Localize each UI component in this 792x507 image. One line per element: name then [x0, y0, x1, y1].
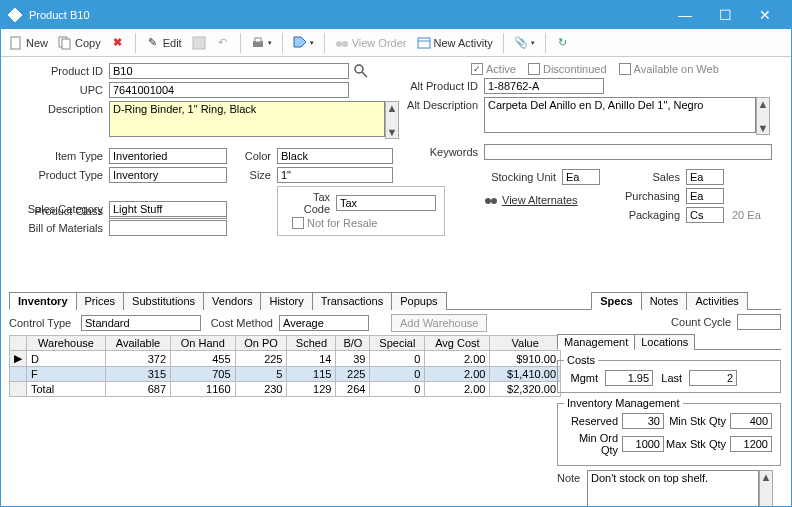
active-checkbox[interactable]: ✓Active — [471, 63, 516, 75]
close-button[interactable]: ✕ — [745, 1, 785, 29]
product-type-label: Product Type — [9, 169, 109, 181]
copy-button[interactable]: Copy — [54, 34, 105, 52]
svg-rect-4 — [193, 37, 205, 49]
pencil-icon: ✎ — [146, 36, 160, 50]
count-cycle-label: Count Cycle — [671, 316, 737, 328]
size-label: Size — [227, 169, 277, 181]
max-stk-input[interactable] — [730, 436, 772, 452]
control-type-input[interactable] — [81, 315, 201, 331]
min-ord-label: Min Ord Qty — [564, 432, 622, 456]
discontinued-checkbox[interactable]: Discontinued — [528, 63, 607, 75]
edit-button[interactable]: ✎Edit — [142, 34, 186, 52]
min-stk-input[interactable] — [730, 413, 772, 429]
maximize-button[interactable]: ☐ — [705, 1, 745, 29]
print-button[interactable]: ▾ — [247, 34, 276, 52]
mgmt-input[interactable] — [605, 370, 653, 386]
svg-rect-3 — [62, 39, 70, 49]
minimize-button[interactable]: — — [665, 1, 705, 29]
tab-activities[interactable]: Activities — [686, 292, 747, 310]
last-input[interactable] — [689, 370, 737, 386]
cost-method-input[interactable] — [279, 315, 369, 331]
product-id-label: Product ID — [9, 65, 109, 77]
new-button[interactable]: New — [5, 34, 52, 52]
stocking-unit-input[interactable] — [562, 169, 600, 185]
tab-popups[interactable]: Popups — [391, 292, 446, 310]
color-label: Color — [227, 150, 277, 162]
alt-description-input[interactable]: Carpeta Del Anillo en D, Anillo Del 1", … — [484, 97, 756, 133]
size-input[interactable] — [277, 167, 393, 183]
bom-input[interactable] — [109, 220, 227, 236]
app-icon — [7, 7, 23, 23]
count-cycle-input[interactable] — [737, 314, 781, 330]
svg-rect-10 — [418, 38, 430, 48]
tab-notes[interactable]: Notes — [641, 292, 688, 310]
save-button[interactable] — [188, 34, 210, 52]
keywords-label: Keywords — [396, 146, 484, 158]
description-label: Description — [9, 101, 109, 115]
tab-specs[interactable]: Specs — [591, 292, 641, 310]
alt-product-id-label: Alt Product ID — [396, 80, 484, 92]
refresh-button[interactable]: ↻ — [552, 34, 574, 52]
svg-point-14 — [485, 198, 491, 204]
tab-prices[interactable]: Prices — [76, 292, 125, 310]
new-activity-button[interactable]: New Activity — [413, 34, 497, 52]
view-order-button[interactable]: View Order — [331, 34, 411, 52]
sales-unit-label: Sales — [624, 171, 686, 183]
tax-code-label: Tax Code — [284, 191, 336, 215]
not-for-resale-checkbox[interactable]: Not for Resale — [292, 217, 377, 229]
search-icon[interactable] — [353, 63, 369, 79]
main-tabs: InventoryPricesSubstitutionsVendorsHisto… — [9, 291, 564, 310]
min-stk-label: Min Stk Qty — [664, 415, 730, 427]
undo-button[interactable]: ↶ — [212, 34, 234, 52]
delete-button[interactable]: ✖ — [107, 34, 129, 52]
attachment-button[interactable]: 📎▾ — [510, 34, 539, 52]
view-alternates-link[interactable]: View Alternates — [502, 194, 578, 206]
titlebar: Product B10 — ☐ ✕ — [1, 1, 791, 29]
note-scroll[interactable]: ▲▼ — [759, 470, 773, 507]
toolbar: New Copy ✖ ✎Edit ↶ ▾ ▾ View Order New Ac… — [1, 29, 791, 57]
delete-icon: ✖ — [111, 36, 125, 50]
control-type-label: Control Type — [9, 317, 81, 329]
locations-tab[interactable]: Locations — [634, 334, 695, 350]
inventory-grid[interactable]: WarehouseAvailableOn HandOn POSchedB/OSp… — [9, 335, 561, 397]
product-type-input[interactable] — [109, 167, 227, 183]
upc-input[interactable] — [109, 82, 349, 98]
alt-description-label: Alt Description — [396, 97, 484, 111]
svg-marker-0 — [8, 8, 22, 22]
tab-inventory[interactable]: Inventory — [9, 292, 77, 310]
svg-marker-7 — [294, 37, 306, 47]
color-input[interactable] — [277, 148, 393, 164]
min-ord-input[interactable] — [622, 436, 664, 452]
tab-history[interactable]: History — [260, 292, 312, 310]
sales-category-input[interactable] — [109, 201, 227, 217]
paperclip-icon: 📎 — [514, 36, 528, 50]
cost-method-label: Cost Method — [201, 317, 279, 329]
inventory-mgmt-fieldset: Inventory Management Reserved Min Stk Qt… — [557, 397, 781, 466]
tab-transactions[interactable]: Transactions — [312, 292, 393, 310]
management-tab[interactable]: Management — [557, 334, 635, 350]
available-on-web-checkbox[interactable]: Available on Web — [619, 63, 719, 75]
tab-vendors[interactable]: Vendors — [203, 292, 261, 310]
print-icon — [251, 36, 265, 50]
mgmt-label: Mgmt — [564, 372, 602, 384]
reserved-input[interactable] — [622, 413, 664, 429]
product-id-input[interactable] — [109, 63, 349, 79]
right-tabs: SpecsNotesActivities — [557, 291, 781, 310]
alt-product-id-input[interactable] — [484, 78, 604, 94]
note-input[interactable]: Don't stock on top shelf. — [587, 470, 759, 507]
description-input[interactable]: D-Ring Binder, 1" Ring, Black — [109, 101, 385, 137]
tag-icon — [293, 36, 307, 50]
upc-label: UPC — [9, 84, 109, 96]
tab-substitutions[interactable]: Substitutions — [123, 292, 204, 310]
packaging-qty: 20 Ea — [732, 209, 761, 221]
tag-button[interactable]: ▾ — [289, 34, 318, 52]
keywords-input[interactable] — [484, 144, 772, 160]
item-type-input[interactable] — [109, 148, 227, 164]
mgmt-subtabs: Management Locations — [557, 333, 781, 349]
purchasing-unit-label: Purchasing — [624, 190, 686, 202]
undo-icon: ↶ — [216, 36, 230, 50]
item-type-label: Item Type — [9, 150, 109, 162]
add-warehouse-button[interactable]: Add Warehouse — [391, 314, 487, 332]
altdesc-scroll[interactable]: ▲▼ — [756, 97, 770, 135]
svg-rect-1 — [11, 37, 20, 49]
